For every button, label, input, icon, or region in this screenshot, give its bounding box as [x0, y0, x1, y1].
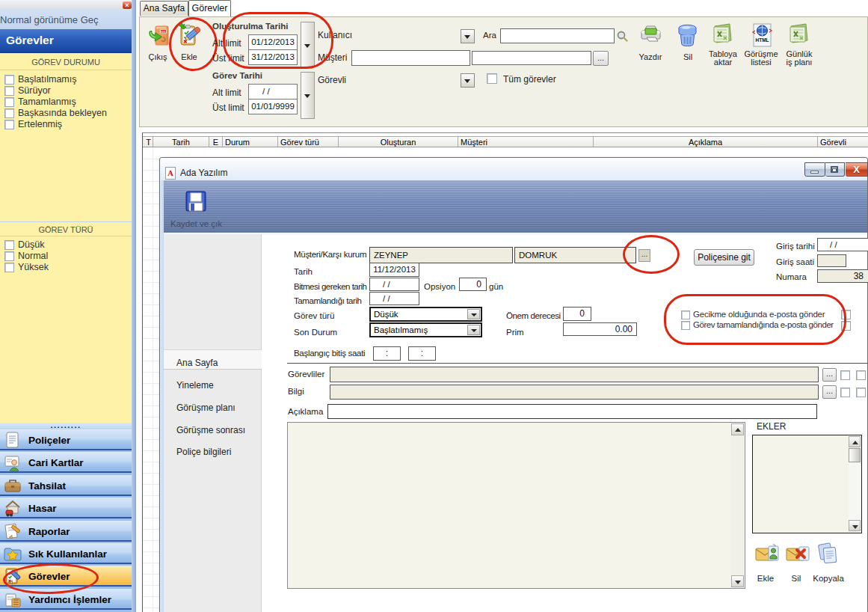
svg-text:HTML: HTML — [755, 37, 769, 43]
